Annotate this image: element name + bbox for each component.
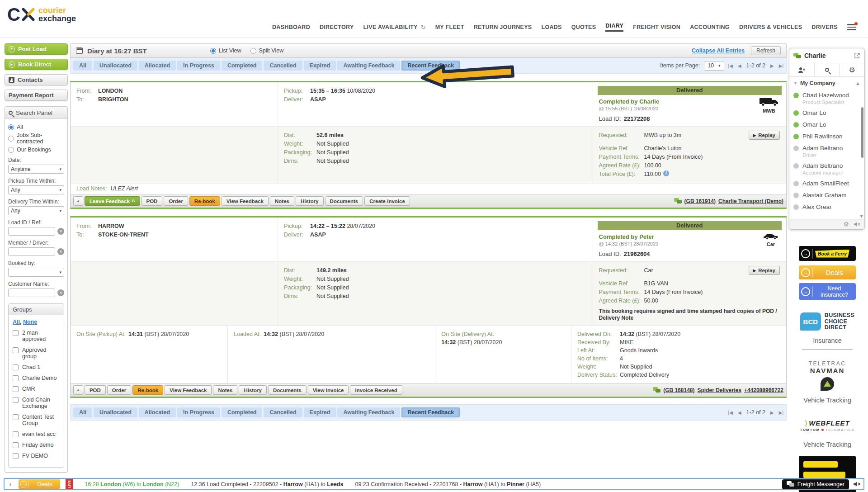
tab-awaiting-feedback[interactable]: Awaiting Feedback <box>337 61 400 71</box>
bcd-insurance-ad[interactable]: BCD BUSINESS CHOICE DIRECT <box>800 312 854 331</box>
expand-ticker-icon[interactable]: › <box>7 480 13 488</box>
add-contact-button[interactable] <box>789 63 815 76</box>
webfleet-ad[interactable]: ⟩WEBFLEET TOMTOM TELEMATICS <box>800 419 854 432</box>
contact-row[interactable]: Omar Lo <box>793 121 861 128</box>
view-feedback-button[interactable]: View Feedback <box>222 196 269 206</box>
nav-diary[interactable]: DIARY <box>605 23 623 32</box>
insurance-ad[interactable]: → Needinsurance? <box>799 283 856 300</box>
groups-select-none-link[interactable]: None <box>23 319 37 325</box>
company-code-link[interactable]: (GB 168148) <box>663 387 694 393</box>
tab-in-progress[interactable]: In Progress <box>177 407 220 417</box>
prev-page-button[interactable]: ◀ <box>738 63 741 68</box>
pod-button[interactable]: POD <box>85 385 106 395</box>
mute-icon[interactable] <box>853 481 861 487</box>
clear-icon[interactable]: × <box>57 228 64 235</box>
group-checkbox-row[interactable]: Chad 1 <box>13 364 60 370</box>
nav-my-fleet[interactable]: MY FLEET <box>435 24 464 30</box>
contact-row[interactable]: Alastair Graham <box>793 192 861 199</box>
nav-drivers-vehicles[interactable]: DRIVERS & VEHICLES <box>739 24 802 30</box>
tab-all[interactable]: All <box>73 61 92 71</box>
collapse-entry-button[interactable]: ▲ <box>73 196 83 206</box>
checkbox[interactable] <box>13 397 19 403</box>
group-checkbox-row[interactable]: Friday demo <box>13 442 60 448</box>
group-checkbox-row[interactable]: 2 man approved <box>13 330 60 342</box>
ticker-deals-button[interactable]: → Deals <box>19 479 60 489</box>
contact-row[interactable]: Adam BeltranoDriver <box>793 145 861 158</box>
contacts-button[interactable]: Contacts <box>5 74 68 85</box>
create-invoice-button[interactable]: Create Invoice <box>364 196 410 206</box>
tab-in-progress[interactable]: In Progress <box>177 61 220 71</box>
checkbox[interactable] <box>13 431 19 437</box>
tab-allocated[interactable]: Allocated <box>139 61 176 71</box>
freight-messenger-button[interactable]: Freight Messenger <box>782 479 849 489</box>
info-icon[interactable]: i <box>663 170 669 176</box>
payment-report-button[interactable]: Payment Report <box>5 90 68 101</box>
tab-cancelled[interactable]: Cancelled <box>264 61 302 71</box>
radio-all-control[interactable] <box>8 124 14 130</box>
date-select[interactable]: Anytime ▾ <box>8 165 64 174</box>
tab-completed[interactable]: Completed <box>222 61 263 71</box>
items-per-page-select[interactable]: 10 ▾ <box>704 61 724 71</box>
group-checkbox-row[interactable]: Approved group <box>13 347 60 360</box>
nav-loads[interactable]: LOADS <box>541 24 561 30</box>
scrollbar-thumb[interactable] <box>861 107 863 158</box>
history-button[interactable]: History <box>239 385 267 395</box>
ticker-item[interactable]: 09:23 Confirmation Received - 22201768 -… <box>355 481 541 487</box>
last-page-button[interactable]: ▶| <box>779 410 783 415</box>
prev-page-button[interactable]: ◀ <box>738 410 741 415</box>
first-page-button[interactable]: |◀ <box>728 63 733 68</box>
search-panel-header[interactable]: Search Panel <box>5 107 67 119</box>
checkbox[interactable] <box>13 364 19 370</box>
checkbox[interactable] <box>13 330 19 336</box>
checkbox[interactable] <box>13 347 19 353</box>
split-view-radio-control[interactable] <box>250 48 256 54</box>
view-invoice-button[interactable]: View invoice <box>308 385 349 395</box>
checkbox[interactable] <box>13 375 19 381</box>
documents-button[interactable]: Documents <box>325 196 363 206</box>
gear-icon[interactable]: ⚙ <box>843 221 849 227</box>
ticker-item[interactable]: 12:36 Load Completed - 22209502 - Harrow… <box>191 481 343 487</box>
tab-completed[interactable]: Completed <box>222 407 263 417</box>
groups-select-all-link[interactable]: All <box>13 319 20 325</box>
chat-icon[interactable] <box>653 387 660 393</box>
last-page-button[interactable]: ▶| <box>779 63 783 68</box>
nav-drivers[interactable]: DRIVERS <box>811 24 838 30</box>
tab-all[interactable]: All <box>73 407 92 417</box>
radio-all[interactable]: All <box>8 124 64 130</box>
checkbox[interactable] <box>13 386 19 392</box>
group-checkbox-row[interactable]: Charlie Demo <box>13 375 60 381</box>
radio-our-bookings[interactable]: Our Bookings <box>8 147 64 153</box>
tab-recent-feedback[interactable]: Recent Feedback <box>401 407 460 417</box>
book-ferry-ad[interactable]: → Book a Ferry <box>799 246 856 261</box>
nav-directory[interactable]: DIRECTORY <box>320 24 354 30</box>
rebook-button[interactable]: Re-book <box>189 196 220 206</box>
chat-icon[interactable] <box>674 198 682 204</box>
ticker-item[interactable]: 16:28 London (W6) to London (N22) <box>85 481 179 487</box>
list-view-radio-control[interactable] <box>210 48 216 54</box>
next-page-button[interactable]: ▶ <box>770 63 774 68</box>
rebook-button[interactable]: Re-book <box>132 385 163 395</box>
contact-row[interactable]: Adam SmallFleet <box>793 180 861 187</box>
clear-icon[interactable]: × <box>57 289 64 296</box>
search-contacts-button[interactable] <box>815 63 840 76</box>
refresh-icon[interactable]: ↻ <box>421 24 426 31</box>
nav-dashboard[interactable]: DASHBOARD <box>272 24 310 30</box>
member-driver-input[interactable] <box>8 247 55 256</box>
mute-icon[interactable] <box>854 222 860 227</box>
delivery-time-select[interactable]: Any ▾ <box>8 206 64 215</box>
my-company-section-header[interactable]: ▼ My Company ▲ <box>789 77 864 87</box>
hamburger-menu-icon[interactable] <box>847 24 856 30</box>
tab-unallocated[interactable]: Unallocated <box>94 407 137 417</box>
book-direct-button[interactable]: ▶ Book Direct <box>5 59 68 70</box>
booked-by-select[interactable]: ▾ <box>8 268 64 277</box>
checkbox[interactable] <box>13 414 19 420</box>
company-name-link[interactable]: Spider Deliveries <box>698 387 741 393</box>
group-checkbox-row[interactable]: Cold Chain Exchange <box>13 397 60 409</box>
leave-feedback-button[interactable]: Leave Feedback^ <box>85 196 140 206</box>
contact-row[interactable]: Omar Lo <box>793 109 861 117</box>
nav-return-journeys[interactable]: RETURN JOURNEYS <box>474 24 532 30</box>
pod-button[interactable]: POD <box>142 196 163 206</box>
popout-icon[interactable] <box>854 52 860 59</box>
collapse-all-entries-link[interactable]: Collapse All Entries <box>692 47 745 54</box>
company-name-link[interactable]: Charlie Transport (Demo) <box>718 198 783 204</box>
